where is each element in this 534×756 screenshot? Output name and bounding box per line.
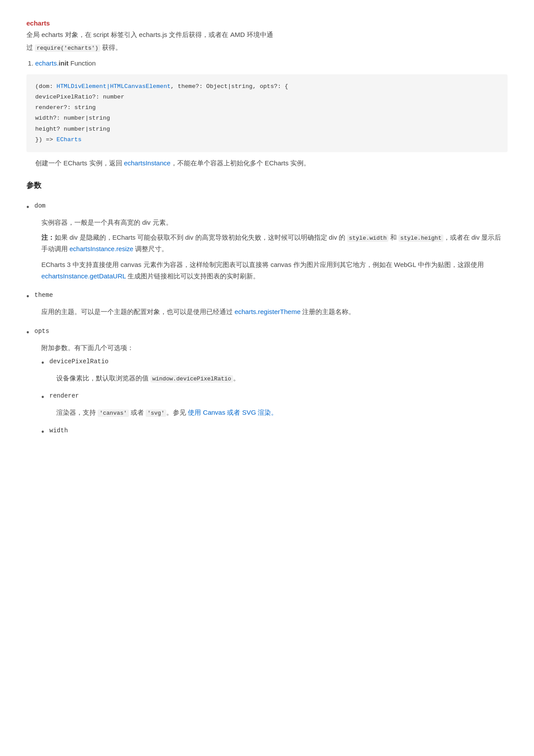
params-title: 参数 (26, 179, 508, 194)
style-height-code: style.height (399, 234, 443, 242)
sub-param-dpr-name: devicePixelRatio (49, 357, 108, 367)
intro-line1: 全局 echarts 对象，在 script 标签引入 echarts.js 文… (26, 29, 508, 40)
echarts-title: echarts (26, 19, 50, 27)
bullet-icon-width: • (41, 426, 44, 438)
code-line-1: (dom: HTMLDivElement|HTMLCanvasElement, … (35, 81, 499, 92)
param-opts-header: • opts (26, 326, 508, 339)
param-list: • dom 实例容器，一般是一个具有高宽的 div 元素。 注：如果 div 是… (26, 201, 508, 438)
require-code: require('echarts') (35, 44, 100, 52)
bullet-icon-theme: • (26, 291, 29, 303)
param-opts: • opts 附加参数。有下面几个可选项： • devicePixelRatio… (26, 326, 508, 438)
bullet-icon-dpr: • (41, 357, 44, 369)
sub-param-width-header: • width (41, 426, 508, 438)
param-dom: • dom 实例容器，一般是一个具有高宽的 div 元素。 注：如果 div 是… (26, 201, 508, 282)
param-theme-name: theme (34, 290, 53, 301)
echarts-resize-link[interactable]: echartsInstance.resize (69, 245, 133, 252)
numbered-list: echarts.init Function (35, 58, 508, 69)
sub-param-width: • width (41, 426, 508, 438)
echarts-prefix: echarts. (35, 59, 59, 67)
sub-param-dpr-header: • devicePixelRatio (41, 357, 508, 369)
intro-line2: 过 require('echarts') 获得。 (26, 42, 508, 53)
init-name: init (59, 59, 69, 67)
get-data-url-link[interactable]: echartsInstance.getDataURL (41, 272, 126, 280)
code-line-5: height? number|string (35, 124, 499, 135)
bullet-icon: • (26, 201, 29, 213)
sub-param-renderer-name: renderer (49, 391, 79, 402)
param-theme-header: • theme (26, 290, 508, 303)
param-dom-note: 注：如果 div 是隐藏的，ECharts 可能会获取不到 div 的高宽导致初… (41, 232, 508, 255)
sub-param-renderer-header: • renderer (41, 391, 508, 403)
code-line-4: width?: number|string (35, 113, 499, 124)
code-line-2: devicePixelRatio?: number (35, 92, 499, 102)
code-line-3: renderer?: string (35, 102, 499, 113)
bullet-icon-renderer: • (41, 391, 44, 403)
section-header: echarts (26, 18, 508, 29)
svg-code: 'svg' (146, 409, 166, 417)
param-dom-canvas-desc: ECharts 3 中支持直接使用 canvas 元素作为容器，这样绘制完图表可… (41, 259, 508, 281)
sub-param-width-name: width (49, 426, 68, 436)
canvas-svg-link[interactable]: 使用 Canvas 或者 SVG 渲染。 (188, 409, 278, 416)
code-block: (dom: HTMLDivElement|HTMLCanvasElement, … (26, 74, 508, 153)
note-label: 注： (41, 234, 55, 241)
param-dom-desc: 实例容器，一般是一个具有高宽的 div 元素。 (41, 217, 508, 228)
main-description: 创建一个 ECharts 实例，返回 echartsInstance，不能在单个… (35, 157, 508, 169)
bullet-icon-opts: • (26, 327, 29, 339)
dpr-code: window.devicePixelRatio (150, 375, 233, 383)
sub-param-dpr: • devicePixelRatio 设备像素比，默认取浏览器的值 window… (41, 357, 508, 384)
param-opts-name: opts (34, 326, 49, 337)
style-width-code: style.width (347, 234, 388, 242)
sub-param-renderer-desc: 渲染器，支持 'canvas' 或者 'svg'。参见 使用 Canvas 或者… (56, 407, 508, 418)
list-item-init: echarts.init Function (35, 58, 508, 69)
canvas-code: 'canvas' (98, 409, 128, 417)
param-theme-desc: 应用的主题。可以是一个主题的配置对象，也可以是使用已经通过 echarts.re… (41, 306, 508, 318)
code-line-6: }) => ECharts (35, 135, 499, 145)
param-theme: • theme 应用的主题。可以是一个主题的配置对象，也可以是使用已经通过 ec… (26, 290, 508, 318)
sub-param-list: • devicePixelRatio 设备像素比，默认取浏览器的值 window… (41, 357, 508, 438)
param-dom-name: dom (34, 201, 45, 212)
echarts-instance-link[interactable]: echartsInstance (124, 159, 171, 167)
sub-param-renderer: • renderer 渲染器，支持 'canvas' 或者 'svg'。参见 使… (41, 391, 508, 418)
param-opts-desc: 附加参数。有下面几个可选项： (41, 342, 508, 354)
sub-param-dpr-desc: 设备像素比，默认取浏览器的值 window.devicePixelRatio。 (56, 373, 508, 384)
register-theme-link[interactable]: echarts.registerTheme (234, 308, 300, 315)
param-dom-header: • dom (26, 201, 508, 213)
